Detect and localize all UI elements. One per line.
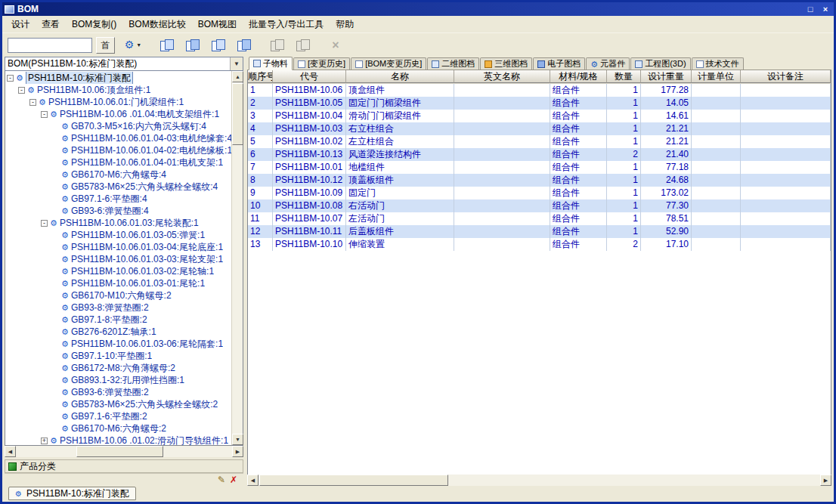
table-row-0[interactable]: 1PSH11BM-10.06顶盒组件组合件1177.28	[248, 84, 831, 97]
tree-item-13[interactable]: ⚙PSH11BM-10.06.01.03-05:弹簧:1	[5, 229, 231, 241]
column-header-0[interactable]: 顺序号	[248, 70, 273, 83]
tree-horizontal-scrollbar[interactable]: ◀ ▶	[5, 446, 243, 457]
menu-item-5[interactable]: 批量导入/导出工具	[243, 16, 330, 32]
tree-item-2[interactable]: -⚙PSH11BM-10.06.01:门机梁组件:1	[5, 96, 231, 108]
bom-copy-to-button[interactable]	[181, 36, 203, 54]
tree-item-15[interactable]: ⚙PSH11BM-10.06.01.03-03:尾轮支架:1	[5, 253, 231, 265]
tab-0[interactable]: 子物料	[249, 57, 293, 70]
menu-item-0[interactable]: 设计	[5, 16, 36, 32]
column-header-6[interactable]: 设计重量	[641, 70, 692, 83]
menu-item-3[interactable]: BOM数据比较	[122, 16, 191, 32]
table-row-5[interactable]: 6PSH11BM-10.13风道梁连接结构件组合件221.40	[248, 148, 831, 161]
tab-4[interactable]: 三维图档	[480, 57, 532, 70]
scroll-up-icon[interactable]: ▲	[232, 71, 243, 82]
tree-vertical-scrollbar[interactable]: ▲ ▼	[231, 71, 243, 445]
tab-2[interactable]: [BOM变更历史]	[351, 57, 426, 70]
collapse-toggle-icon[interactable]: -	[41, 111, 48, 118]
tree-item-30[interactable]: +⚙PSH11BM-10.06 .01.02:滑动门导轨组件:1	[5, 434, 231, 445]
tree-item-10[interactable]: ⚙GB97.1-6:平垫圈:4	[5, 193, 231, 205]
edit-pencil-button[interactable]: ✎	[218, 475, 225, 485]
column-header-2[interactable]: 名称	[346, 70, 454, 83]
tree-item-29[interactable]: ⚙GB6170-M6:六角螺母:2	[5, 422, 231, 434]
column-header-5[interactable]: 数量	[607, 70, 641, 83]
tree-item-9[interactable]: ⚙GB5783-M6×25:六角头螺栓全螺纹:4	[5, 181, 231, 193]
tree-item-8[interactable]: ⚙GB6170-M6:六角螺母:4	[5, 169, 231, 181]
table-row-3[interactable]: 4PSH11BM-10.03右立柱组合组合件121.21	[248, 122, 831, 135]
bom-paste-button[interactable]	[207, 36, 228, 54]
column-header-3[interactable]: 英文名称	[454, 70, 550, 83]
tab-8[interactable]: 技术文件	[692, 57, 744, 70]
tree-item-18[interactable]: ⚙GB6170-M10:六角螺母:2	[5, 289, 231, 301]
tree-item-17[interactable]: ⚙PSH11BM-10.06.01.03-01:尾轮:1	[5, 277, 231, 289]
bom-copy-button[interactable]	[156, 36, 177, 54]
tree-item-21[interactable]: ⚙GB276-6201Z:轴承:1	[5, 326, 231, 338]
remove-x-button[interactable]: ✗	[230, 475, 237, 485]
menu-item-2[interactable]: BOM复制()	[66, 16, 122, 32]
scroll-thumb[interactable]	[76, 446, 163, 457]
bom-selector-combo[interactable]: BOM(PSH11BM-10:标准门装配) ▼	[5, 57, 243, 71]
tree-item-6[interactable]: ⚙PSH11BM-10.06.01.04-02:电机绝缘板:1	[5, 144, 231, 156]
close-button[interactable]: ×	[819, 4, 831, 14]
combo-dropdown-button[interactable]: ▼	[230, 57, 243, 70]
restore-button[interactable]: □	[804, 4, 816, 14]
column-header-7[interactable]: 计量单位	[692, 70, 741, 83]
tree-item-23[interactable]: ⚙GB97.1-10:平垫圈:1	[5, 350, 231, 362]
scroll-thumb[interactable]	[232, 83, 243, 145]
collapse-toggle-icon[interactable]: -	[7, 75, 14, 82]
bom-transfer-button[interactable]	[233, 36, 254, 54]
table-row-2[interactable]: 3PSH11BM-10.04滑动门门楣梁组件组合件114.61	[248, 110, 831, 122]
tree-item-12[interactable]: -⚙PSH11BM-10.06.01.03:尾轮装配:1	[5, 217, 231, 229]
tree-item-26[interactable]: ⚙GB93-6:弹簧垫圈:2	[5, 386, 231, 398]
tree-item-16[interactable]: ⚙PSH11BM-10.06.01.03-02:尾轮轴:1	[5, 265, 231, 277]
collapse-toggle-icon[interactable]: -	[18, 87, 25, 94]
tree-item-24[interactable]: ⚙GB6172-M8:六角薄螺母:2	[5, 362, 231, 374]
table-row-12[interactable]: 13PSH11BM-10.10伸缩装置组合件217.10	[248, 238, 831, 251]
table-row-6[interactable]: 7PSH11BM-10.01地槛组件组合件177.18	[248, 161, 831, 174]
status-tab[interactable]: ⚙ PSH11BM-10:标准门装配	[8, 487, 136, 500]
menu-item-4[interactable]: BOM视图	[192, 16, 243, 32]
tree-item-3[interactable]: -⚙PSH11BM-10.06 .01.04:电机支架组件:1	[5, 108, 231, 120]
tab-3[interactable]: 二维图档	[427, 57, 479, 70]
tab-1[interactable]: [变更历史]	[293, 57, 350, 70]
menu-item-1[interactable]: 查看	[36, 16, 66, 32]
table-row-10[interactable]: 11PSH11BM-10.07左活动门组合件178.51	[248, 212, 831, 225]
tab-7[interactable]: 工程图(3D)	[630, 57, 690, 70]
tree-item-0[interactable]: -⚙PSH11BM-10:标准门装配	[5, 72, 231, 84]
column-header-8[interactable]: 设计备注	[741, 70, 831, 83]
tree-item-27[interactable]: ⚙GB5783-M6×25:六角头螺栓全螺纹:2	[5, 398, 231, 410]
tab-6[interactable]: ⚙元器件	[586, 57, 630, 70]
title-bar[interactable]: BOM □ ×	[2, 2, 834, 16]
scroll-right-icon[interactable]: ▶	[232, 446, 243, 457]
table-row-4[interactable]: 5PSH11BM-10.02左立柱组合组合件121.21	[248, 135, 831, 148]
table-horizontal-scrollbar[interactable]: ◀ ▶	[247, 475, 831, 486]
tree-item-1[interactable]: -⚙PSH11BM-10.06:顶盒组件:1	[5, 84, 231, 96]
table-row-8[interactable]: 9PSH11BM-10.09固定门组合件1173.02	[248, 187, 831, 199]
scroll-thumb[interactable]	[259, 475, 448, 486]
tree-item-14[interactable]: ⚙PSH11BM-10.06.01.03-04:尾轮底座:1	[5, 241, 231, 253]
tree-item-20[interactable]: ⚙GB97.1-8:平垫圈:2	[5, 314, 231, 326]
table-row-11[interactable]: 12PSH11BM-10.11后盖板组件组合件152.90	[248, 225, 831, 238]
scroll-left-icon[interactable]: ◀	[5, 446, 16, 457]
tree-item-28[interactable]: ⚙GB97.1-6:平垫圈:2	[5, 410, 231, 422]
tree-item-7[interactable]: ⚙PSH11BM-10.06.01.04-01:电机支架:1	[5, 156, 231, 169]
table-row-9[interactable]: 10PSH11BM-10.08右活动门组合件177.30	[248, 199, 831, 212]
bom-view-dropdown-button[interactable]: ⚙▼	[122, 36, 144, 54]
tree-item-22[interactable]: ⚙PSH11BM-10.06.01.03-06:尾轮隔套:1	[5, 338, 231, 350]
expand-toggle-icon[interactable]: +	[41, 438, 48, 444]
search-button[interactable]: 首	[96, 37, 115, 54]
tree-item-11[interactable]: ⚙GB93-6:弹簧垫圈:4	[5, 205, 231, 217]
table-row-1[interactable]: 2PSH11BM-10.05固定门门楣梁组件组合件114.05	[248, 97, 831, 110]
tree-item-5[interactable]: ⚙PSH11BM-10.06.01.04-03:电机绝缘套:4	[5, 132, 231, 144]
tree-item-25[interactable]: ⚙GB893.1-32:孔用弹性挡圈:1	[5, 374, 231, 386]
collapse-toggle-icon[interactable]: -	[41, 220, 48, 227]
scroll-right-icon[interactable]: ▶	[820, 475, 831, 486]
column-header-4[interactable]: 材料/规格	[550, 70, 607, 83]
search-input[interactable]	[8, 38, 92, 53]
product-category-panel[interactable]: 产品分类	[5, 459, 243, 473]
tree-item-19[interactable]: ⚙GB93-8:弹簧垫圈:2	[5, 301, 231, 314]
tree-item-4[interactable]: ⚙GB70.3-M5×16:内六角沉头螺钉:4	[5, 120, 231, 132]
scroll-down-icon[interactable]: ▼	[232, 434, 243, 445]
menu-item-6[interactable]: 帮助	[330, 16, 360, 32]
column-header-1[interactable]: 代号	[273, 70, 346, 83]
collapse-toggle-icon[interactable]: -	[29, 99, 36, 106]
